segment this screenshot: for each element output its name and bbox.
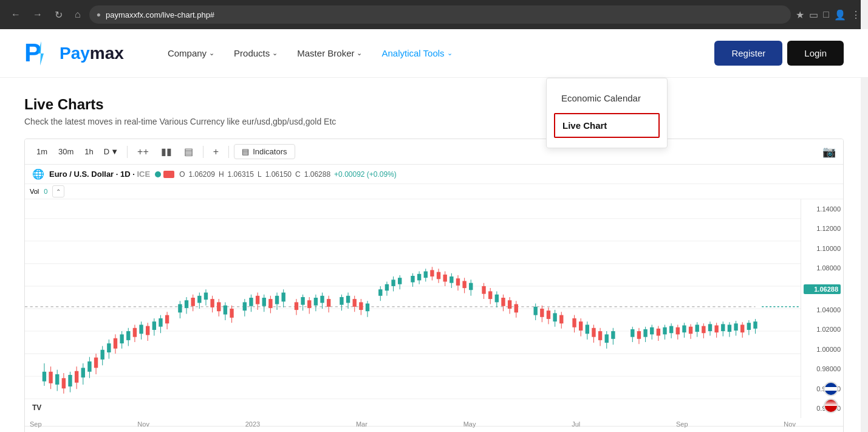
svg-rect-153 [553, 313, 556, 321]
chevron-icon: ⌄ [209, 49, 214, 57]
svg-rect-89 [307, 300, 311, 308]
high-value: 1.06315 [228, 170, 254, 179]
svg-rect-181 [663, 327, 666, 335]
nav-company[interactable]: Company ⌄ [160, 43, 222, 63]
flag-icons [824, 382, 838, 413]
indicators-icon: ▤ [242, 147, 249, 156]
nav-products[interactable]: Products ⌄ [227, 43, 285, 63]
nav-master-broker[interactable]: Master Broker ⌄ [290, 43, 369, 63]
svg-rect-187 [682, 326, 686, 333]
menu-icon[interactable]: ⋮ [851, 9, 861, 21]
svg-rect-137 [488, 291, 492, 299]
svg-rect-151 [547, 310, 550, 319]
svg-rect-85 [295, 302, 298, 310]
svg-rect-189 [689, 327, 692, 334]
svg-rect-131 [462, 281, 466, 288]
ask-rect [163, 171, 174, 178]
svg-rect-175 [643, 329, 647, 337]
time-30m[interactable]: 30m [54, 145, 78, 158]
chevron-icon: ⌄ [447, 49, 453, 57]
indicators-label: Indicators [253, 147, 287, 156]
svg-rect-159 [579, 321, 583, 331]
svg-rect-199 [721, 324, 725, 331]
svg-rect-179 [657, 329, 660, 336]
svg-rect-121 [430, 270, 434, 276]
time-1h[interactable]: 1h [80, 145, 97, 158]
login-button[interactable]: Login [787, 41, 844, 66]
time-may: May [463, 420, 476, 428]
svg-rect-19 [62, 378, 66, 388]
account-icon[interactable]: 👤 [834, 9, 846, 21]
back-button[interactable]: ← [7, 7, 24, 22]
logo[interactable]: P Paymax [24, 38, 124, 69]
svg-rect-203 [734, 323, 737, 331]
reload-button[interactable]: ↻ [51, 7, 66, 23]
star-icon[interactable]: ★ [796, 9, 804, 21]
split-icon[interactable]: □ [823, 9, 829, 20]
svg-rect-173 [637, 331, 641, 339]
price-1.12: 1.12000 [804, 225, 841, 232]
price-0.98: 0.98000 [804, 365, 841, 372]
svg-rect-133 [469, 283, 473, 290]
svg-rect-45 [146, 326, 149, 335]
svg-rect-35 [114, 338, 117, 349]
price-1.02: 1.02000 [804, 326, 841, 333]
svg-rect-43 [139, 324, 143, 334]
svg-rect-75 [256, 296, 259, 304]
svg-rect-69 [230, 309, 233, 318]
logo-text: Paymax [60, 44, 124, 63]
price-1.08: 1.08000 [804, 264, 841, 272]
svg-rect-61 [204, 293, 208, 300]
svg-rect-107 [378, 289, 382, 296]
svg-rect-139 [495, 295, 499, 303]
us-flag-icon[interactable] [824, 399, 838, 413]
x-axis: Sep Nov 2023 Mar May Jul Sep Nov [25, 418, 801, 430]
svg-rect-93 [320, 296, 324, 303]
register-button[interactable]: Register [714, 41, 782, 66]
candle-tool[interactable]: ▮▮ [156, 144, 177, 159]
vol-row: Vol 0 ⌃ [25, 184, 843, 199]
svg-rect-169 [611, 331, 615, 339]
svg-rect-209 [753, 321, 757, 329]
url-text: paymaxxfx.com/live-chart.php# [106, 10, 214, 19]
price-1.04: 1.04000 [804, 306, 841, 314]
eu-flag-icon[interactable] [824, 382, 838, 396]
time-D-dropdown[interactable]: D ▼ [100, 145, 122, 158]
home-button[interactable]: ⌂ [71, 7, 84, 22]
svg-rect-81 [275, 296, 279, 304]
close-label: C [295, 170, 301, 179]
time-1m[interactable]: 1m [32, 145, 52, 158]
logo-icon: P [24, 38, 55, 69]
svg-rect-41 [133, 328, 137, 337]
screenshot-button[interactable]: 📷 [822, 145, 836, 159]
forward-button[interactable]: → [29, 7, 46, 22]
nav-analytical-tools[interactable]: Analytical Tools ⌄ [374, 43, 459, 63]
svg-rect-71 [243, 302, 247, 310]
svg-rect-59 [197, 296, 201, 303]
browser-chrome: ← → ↻ ⌂ ● paymaxxfx.com/live-chart.php# … [0, 0, 868, 29]
time-mar: Mar [356, 420, 367, 428]
dropdown-live-chart[interactable]: Live Chart [554, 113, 660, 138]
svg-rect-119 [424, 272, 428, 278]
add-tool[interactable]: + [208, 145, 224, 159]
time-2023: 2023 [245, 420, 260, 428]
svg-rect-15 [49, 372, 52, 383]
svg-rect-163 [592, 328, 595, 337]
dropdown-economic-calendar[interactable]: Economic Calendar [547, 86, 667, 111]
bar-chart-tool[interactable]: ▤ [179, 144, 198, 159]
address-bar[interactable]: ● paymaxxfx.com/live-chart.php# [89, 5, 791, 24]
svg-rect-125 [443, 275, 447, 282]
svg-rect-197 [714, 326, 718, 333]
extensions-icon[interactable]: ▭ [809, 9, 818, 21]
svg-rect-97 [340, 297, 343, 305]
crosshair-tool[interactable]: ++ [132, 145, 154, 159]
svg-rect-109 [385, 284, 389, 291]
time-sep2: Sep [676, 420, 688, 428]
change-value: +0.00092 (+0.09%) [334, 170, 397, 179]
svg-rect-37 [120, 334, 123, 343]
svg-rect-83 [281, 293, 285, 302]
collapse-button[interactable]: ⌃ [52, 185, 64, 197]
indicators-button[interactable]: ▤ Indicators [234, 144, 295, 159]
time-D-label: D [104, 147, 109, 156]
svg-rect-191 [695, 324, 699, 332]
